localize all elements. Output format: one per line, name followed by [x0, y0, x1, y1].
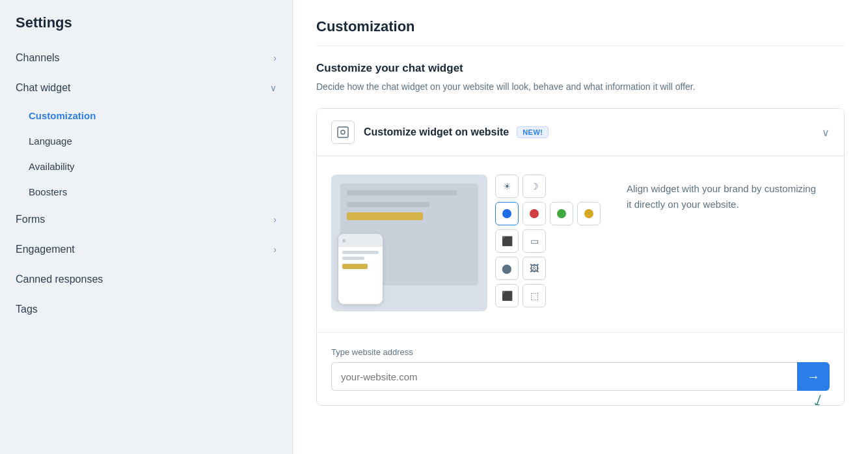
preview-phone-yellow — [342, 264, 368, 269]
main-content: Customization Customize your chat widget… — [293, 0, 868, 454]
color-gold-button[interactable] — [577, 202, 601, 225]
section-desc: Decide how the chat widget on your websi… — [316, 80, 845, 94]
sidebar-title: Settings — [0, 0, 292, 43]
widget-description: Align widget with your brand by customiz… — [627, 175, 830, 212]
svg-point-1 — [341, 130, 345, 134]
sidebar: Settings Channels › Chat widget ∨ Custom… — [0, 0, 293, 454]
section-title: Customize your chat widget — [316, 62, 845, 75]
sidebar-item-boosters[interactable]: Boosters — [0, 179, 292, 205]
sidebar-item-channels-label: Channels — [16, 52, 60, 64]
customize-widget-card: Customize widget on website NEW! ∨ — [316, 108, 845, 406]
sidebar-item-channels[interactable]: Channels › — [0, 43, 292, 73]
color-gold-dot — [584, 209, 593, 218]
svg-rect-0 — [338, 127, 348, 137]
controls-grid: ☀ ☽ — [495, 175, 601, 307]
preview-phone-dot-1 — [342, 239, 346, 242]
dark-mode-button[interactable]: ☽ — [522, 175, 546, 198]
sidebar-item-chat-widget[interactable]: Chat widget ∨ — [0, 73, 292, 103]
controls-row-4: ⬤ 🖼 — [495, 257, 601, 280]
color-green-button[interactable] — [550, 202, 573, 225]
widget-desc-line1: Align widget with your brand by customiz… — [627, 183, 816, 194]
color-red-dot — [530, 209, 539, 218]
option-b-button[interactable]: ⬚ — [522, 284, 546, 307]
chevron-right-icon: › — [273, 53, 277, 63]
input-row-wrapper: → ↑ — [331, 362, 830, 391]
option-a-button[interactable]: ⬛ — [495, 284, 519, 307]
controls-row-1: ☀ ☽ — [495, 175, 601, 198]
sidebar-item-boosters-label: Boosters — [29, 186, 67, 197]
card-title: Customize widget on website — [364, 126, 509, 138]
preview-phone-body — [338, 247, 383, 273]
color-red-button[interactable] — [522, 202, 546, 225]
chevron-right-icon-forms: › — [273, 214, 277, 225]
sidebar-item-forms-label: Forms — [16, 214, 45, 225]
color-blue-dot — [502, 209, 511, 218]
arrow-icon: → — [807, 369, 820, 384]
controls-row-5: ⬛ ⬚ — [495, 284, 601, 307]
sidebar-item-canned-responses[interactable]: Canned responses — [0, 264, 292, 294]
sidebar-item-language[interactable]: Language — [0, 128, 292, 154]
sidebar-item-language-label: Language — [29, 135, 72, 147]
rect-layout-button[interactable]: ▭ — [522, 229, 546, 253]
sidebar-item-tags[interactable]: Tags — [0, 294, 292, 324]
sidebar-item-chat-widget-label: Chat widget — [16, 82, 71, 94]
sidebar-item-customization-label: Customization — [29, 110, 96, 121]
sidebar-item-availability-label: Availability — [29, 161, 75, 172]
form-label: Type website address — [331, 347, 830, 357]
color-green-dot — [557, 209, 566, 218]
submit-button[interactable]: → — [797, 362, 830, 391]
cursor-arrow-indicator: ↑ — [809, 389, 827, 406]
preview-phone — [338, 233, 383, 305]
color-blue-button[interactable] — [495, 202, 519, 225]
sidebar-item-engagement[interactable]: Engagement › — [0, 234, 292, 264]
preview-phone-top — [338, 234, 383, 247]
sidebar-item-customization[interactable]: Customization — [0, 103, 292, 128]
website-url-input[interactable] — [331, 362, 797, 391]
form-area: Type website address → ↑ — [317, 332, 844, 405]
sidebar-item-availability[interactable]: Availability — [0, 154, 292, 179]
preview-image — [331, 175, 487, 311]
sidebar-item-tags-label: Tags — [16, 304, 38, 315]
chevron-down-icon: ∨ — [270, 83, 277, 93]
shape-circle-button[interactable]: ⬤ — [495, 257, 519, 280]
square-layout-button[interactable]: ⬛ — [495, 229, 519, 253]
card-body: ☀ ☽ — [317, 156, 844, 332]
preview-phone-line-1 — [342, 251, 379, 254]
sidebar-item-canned-responses-label: Canned responses — [16, 274, 103, 285]
widget-desc-line2: it directly on your website. — [627, 199, 739, 210]
card-chevron-icon: ∨ — [822, 126, 830, 139]
sidebar-item-engagement-label: Engagement — [16, 244, 75, 255]
shape-image-button[interactable]: 🖼 — [522, 257, 546, 280]
card-header[interactable]: Customize widget on website NEW! ∨ — [317, 109, 844, 156]
new-badge: NEW! — [517, 126, 549, 138]
input-row: → — [331, 362, 830, 391]
preview-line-2 — [347, 202, 429, 207]
chevron-right-icon-engagement: › — [273, 244, 277, 255]
light-mode-button[interactable]: ☀ — [495, 175, 519, 198]
widget-icon — [331, 121, 355, 144]
controls-row-3: ⬛ ▭ — [495, 229, 601, 253]
sidebar-nav: Channels › Chat widget ∨ Customization L… — [0, 43, 292, 454]
preview-phone-line-2 — [342, 257, 364, 260]
preview-line-1 — [347, 190, 457, 195]
sidebar-item-forms[interactable]: Forms › — [0, 205, 292, 234]
controls-row-colors — [495, 202, 601, 225]
main-title: Customization — [316, 18, 845, 46]
widget-preview: ☀ ☽ — [331, 175, 601, 311]
preview-yellow-bar — [347, 212, 423, 220]
